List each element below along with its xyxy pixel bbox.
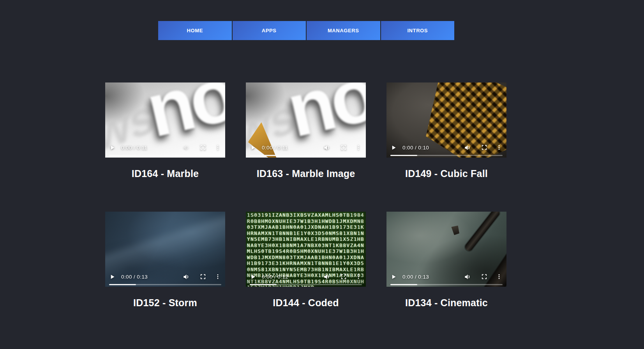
seek-bar-buffer: [250, 284, 277, 285]
play-icon[interactable]: [391, 274, 397, 280]
overflow-menu-icon[interactable]: [496, 274, 502, 280]
video-card: ws no 0:00 / 0:11 ID163 - Marble Image: [246, 82, 366, 179]
play-icon[interactable]: [250, 145, 256, 151]
volume-icon[interactable]: [464, 144, 471, 151]
video-controls: 0:00 / 0:13: [386, 270, 506, 283]
time-display: 0:00 / 0:11: [121, 145, 147, 151]
video-title: ID144 - Coded: [246, 297, 366, 309]
video-player-id164[interactable]: ws no 0:00 / 0:11: [105, 82, 225, 158]
play-icon[interactable]: [391, 145, 397, 151]
time-display: 0:00 / 0:11: [262, 145, 288, 151]
seek-bar-buffer: [250, 155, 277, 156]
fullscreen-icon[interactable]: [341, 274, 347, 280]
video-title: ID163 - Marble Image: [246, 168, 366, 179]
seek-bar[interactable]: [390, 284, 503, 285]
volume-icon[interactable]: [183, 144, 190, 151]
overflow-menu-icon[interactable]: [355, 274, 362, 280]
video-controls: 0:00 / 0:10: [386, 141, 506, 154]
mech-arm-upper: [464, 212, 501, 252]
video-card: 0:00 / 0:13 ID134 - Cinematic: [386, 212, 506, 309]
time-display: 0:00 / 0:13: [121, 274, 148, 280]
video-controls: 0:00 / 0:12: [246, 270, 366, 283]
video-grid: ws no 0:00 / 0:11 ID164 - Marble w: [105, 82, 506, 309]
video-player-id152[interactable]: 0:00 / 0:13: [105, 212, 225, 287]
play-icon[interactable]: [109, 145, 115, 151]
time-display: 0:00 / 0:10: [402, 145, 429, 151]
video-player-id144[interactable]: 1S03191IZANB3IXBSVZAXAMLHS0TB1984R0B8HMO…: [246, 212, 366, 287]
play-icon[interactable]: [250, 274, 256, 280]
seek-bar[interactable]: [250, 155, 362, 156]
time-display: 0:00 / 0:12: [262, 274, 288, 280]
video-controls: 0:00 / 0:11: [105, 141, 225, 154]
overflow-menu-icon[interactable]: [215, 274, 221, 280]
volume-icon[interactable]: [464, 273, 471, 281]
nav-button-intros[interactable]: INTROS: [381, 21, 455, 40]
seek-bar-buffer: [390, 155, 417, 156]
page: HOME APPS MANAGERS INTROS ws no 0:00 / 0…: [0, 0, 644, 349]
video-player-id149[interactable]: 0:00 / 0:10: [386, 82, 506, 158]
main-nav: HOME APPS MANAGERS INTROS: [158, 21, 454, 40]
overflow-menu-icon[interactable]: [496, 144, 502, 151]
seek-bar-buffer: [109, 284, 136, 285]
seek-bar[interactable]: [109, 155, 221, 156]
volume-icon[interactable]: [323, 273, 331, 281]
fullscreen-icon[interactable]: [481, 274, 487, 280]
seek-bar[interactable]: [390, 155, 503, 156]
video-title: ID152 - Storm: [105, 297, 225, 309]
fullscreen-icon[interactable]: [200, 274, 206, 280]
seek-bar[interactable]: [250, 284, 362, 285]
nav-button-managers[interactable]: MANAGERS: [307, 21, 380, 40]
video-title: ID164 - Marble: [105, 168, 225, 179]
play-icon[interactable]: [109, 274, 115, 280]
video-card: 1S03191IZANB3IXBSVZAXAMLHS0TB1984R0B8HMO…: [246, 212, 366, 309]
mech-arm-tip: [448, 223, 462, 237]
video-title: ID149 - Cubic Fall: [386, 168, 506, 179]
fullscreen-icon[interactable]: [200, 144, 206, 151]
fullscreen-icon[interactable]: [481, 144, 487, 151]
time-display: 0:00 / 0:13: [402, 274, 429, 280]
video-card: 0:00 / 0:10 ID149 - Cubic Fall: [386, 82, 506, 179]
video-title: ID134 - Cinematic: [386, 297, 506, 309]
fullscreen-icon[interactable]: [341, 144, 347, 151]
volume-icon[interactable]: [323, 144, 331, 151]
seek-bar[interactable]: [109, 284, 221, 285]
overflow-menu-icon[interactable]: [215, 144, 221, 151]
nav-button-home[interactable]: HOME: [158, 21, 232, 40]
overflow-menu-icon[interactable]: [355, 144, 362, 151]
nav-button-apps[interactable]: APPS: [233, 21, 306, 40]
video-controls: 0:00 / 0:11: [246, 141, 366, 154]
video-player-id163[interactable]: ws no 0:00 / 0:11: [246, 82, 366, 158]
video-card: ws no 0:00 / 0:11 ID164 - Marble: [105, 82, 225, 179]
seek-bar-buffer: [390, 284, 417, 285]
volume-icon[interactable]: [183, 273, 190, 281]
video-card: 0:00 / 0:13 ID152 - Storm: [105, 212, 225, 309]
seek-bar-buffer: [109, 155, 136, 156]
video-controls: 0:00 / 0:13: [105, 270, 225, 283]
video-player-id134[interactable]: 0:00 / 0:13: [386, 212, 506, 287]
